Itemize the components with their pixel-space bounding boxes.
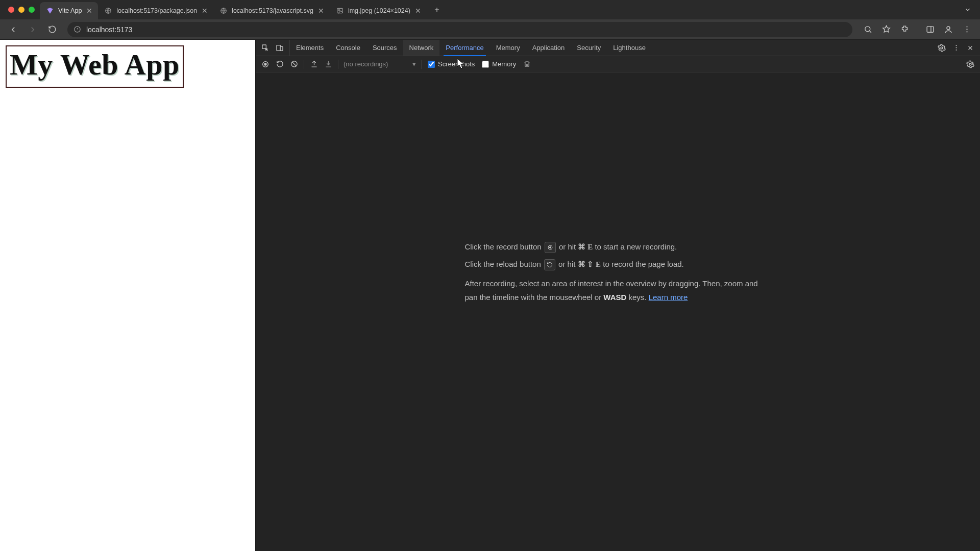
svg-point-3 [338, 10, 339, 11]
upload-button[interactable] [307, 58, 321, 71]
main-content: My Web App ElementsConsoleSourcesNetwork… [0, 40, 980, 551]
empty-line1-a: Click the record button [465, 242, 544, 251]
globe-icon [219, 7, 228, 15]
empty-line2-c: to record the page load. [603, 260, 683, 268]
browser-toolbar: localhost:5173 [0, 19, 980, 40]
svg-point-8 [966, 26, 967, 27]
svg-point-19 [264, 63, 266, 65]
device-toolbar-icon[interactable] [273, 41, 286, 55]
svg-point-10 [966, 31, 967, 32]
devtools-tab-elements[interactable]: Elements [290, 40, 330, 56]
chevron-down-icon: ▾ [412, 60, 416, 68]
svg-point-9 [966, 29, 967, 30]
svg-rect-2 [337, 8, 343, 13]
garbage-collect-icon[interactable] [520, 58, 533, 71]
tab-title: img.jpeg (1024×1024) [348, 7, 410, 14]
tab-close-icon[interactable]: ✕ [414, 7, 422, 14]
back-button[interactable] [5, 21, 21, 38]
screenshots-checkbox-input[interactable] [428, 61, 435, 68]
empty-line1-c: to start a new recording. [595, 242, 677, 251]
empty-line3-b: keys. [629, 293, 649, 302]
site-info-icon[interactable] [74, 26, 81, 33]
image-icon [336, 7, 344, 15]
reload-icon [544, 259, 555, 270]
page-heading: My Web App [10, 47, 180, 82]
address-bar[interactable]: localhost:5173 [67, 22, 852, 37]
download-button[interactable] [322, 58, 335, 71]
browser-tab-0[interactable]: Vite App ✕ [40, 2, 98, 19]
svg-point-7 [947, 27, 950, 30]
performance-empty-state: Click the record button or hit ⌘ E to st… [465, 240, 771, 307]
side-panel-icon[interactable] [922, 21, 938, 38]
devtools-tab-sources[interactable]: Sources [366, 40, 403, 56]
rendered-page: My Web App [0, 40, 255, 551]
forward-button[interactable] [24, 21, 41, 38]
profile-icon[interactable] [940, 21, 957, 38]
menu-icon[interactable] [959, 21, 975, 38]
page-heading-box: My Web App [6, 45, 184, 88]
svg-point-15 [955, 45, 957, 46]
empty-line2-a: Click the reload button [465, 260, 543, 268]
performance-toolbar: (no recordings) ▾ Screenshots Memory [256, 56, 980, 72]
recordings-select[interactable]: (no recordings) ▾ [341, 60, 418, 68]
new-tab-button[interactable] [430, 3, 444, 17]
svg-point-5 [865, 27, 870, 32]
devtools-panel-tabs: ElementsConsoleSourcesNetworkPerformance… [256, 40, 980, 56]
zoom-icon[interactable] [860, 21, 876, 38]
capture-settings-icon[interactable] [964, 58, 977, 71]
tab-title: localhost:5173/javascript.svg [232, 7, 313, 14]
svg-point-21 [969, 63, 971, 65]
browser-tab-2[interactable]: localhost:5173/javascript.svg ✕ [213, 2, 330, 19]
record-icon [545, 242, 556, 253]
tab-title: Vite App [58, 7, 82, 14]
minimize-window-button[interactable] [18, 7, 24, 13]
devtools-tab-network[interactable]: Network [403, 40, 440, 56]
empty-line2-b: or hit [558, 260, 578, 268]
close-window-button[interactable] [8, 7, 14, 13]
extensions-icon[interactable] [896, 21, 913, 38]
screenshots-label: Screenshots [438, 60, 475, 68]
reload-record-button[interactable] [273, 58, 286, 71]
browser-tab-1[interactable]: localhost:5173/package.json ✕ [98, 2, 213, 19]
bookmark-icon[interactable] [878, 21, 894, 38]
tab-title: localhost:5173/package.json [116, 7, 197, 14]
devtools-close-icon[interactable] [964, 41, 977, 55]
memory-checkbox[interactable]: Memory [479, 60, 519, 68]
record-button[interactable] [259, 58, 272, 71]
devtools-tab-application[interactable]: Application [526, 40, 571, 56]
devtools-settings-icon[interactable] [935, 41, 948, 55]
tab-close-icon[interactable]: ✕ [317, 7, 325, 14]
vite-favicon-icon [46, 7, 54, 15]
inspect-element-icon[interactable] [259, 41, 272, 55]
learn-more-link[interactable]: Learn more [649, 293, 688, 302]
reload-button[interactable] [44, 21, 60, 38]
browser-tab-3[interactable]: img.jpeg (1024×1024) ✕ [330, 2, 427, 19]
svg-point-14 [941, 47, 943, 49]
svg-rect-6 [927, 27, 934, 32]
screenshots-checkbox[interactable]: Screenshots [425, 60, 478, 68]
maximize-window-button[interactable] [29, 7, 35, 13]
browser-tabstrip: Vite App ✕ localhost:5173/package.json ✕… [0, 0, 980, 19]
window-controls [5, 7, 40, 13]
recordings-select-value: (no recordings) [344, 60, 388, 68]
devtools-tab-console[interactable]: Console [330, 40, 366, 56]
devtools-tab-memory[interactable]: Memory [490, 40, 526, 56]
globe-icon [104, 7, 112, 15]
tab-close-icon[interactable]: ✕ [86, 7, 93, 14]
svg-point-23 [549, 246, 551, 248]
devtools-tab-security[interactable]: Security [571, 40, 607, 56]
browser-tabs: Vite App ✕ localhost:5173/package.json ✕… [40, 0, 427, 19]
tab-close-icon[interactable]: ✕ [201, 7, 208, 14]
devtools-tab-lighthouse[interactable]: Lighthouse [607, 40, 652, 56]
clear-button[interactable] [287, 58, 301, 71]
tabs-dropdown-button[interactable] [962, 4, 974, 16]
devtools-tab-performance[interactable]: Performance [439, 40, 489, 56]
empty-line3-wasd: WASD [603, 293, 626, 302]
devtools-menu-icon[interactable] [949, 41, 963, 55]
empty-line2-keys: ⌘ ⇧ E [578, 260, 601, 268]
performance-body: Click the record button or hit ⌘ E to st… [256, 72, 980, 551]
svg-point-17 [955, 49, 957, 51]
url-text: localhost:5173 [86, 26, 132, 34]
memory-checkbox-input[interactable] [482, 61, 489, 68]
svg-point-16 [955, 47, 957, 48]
